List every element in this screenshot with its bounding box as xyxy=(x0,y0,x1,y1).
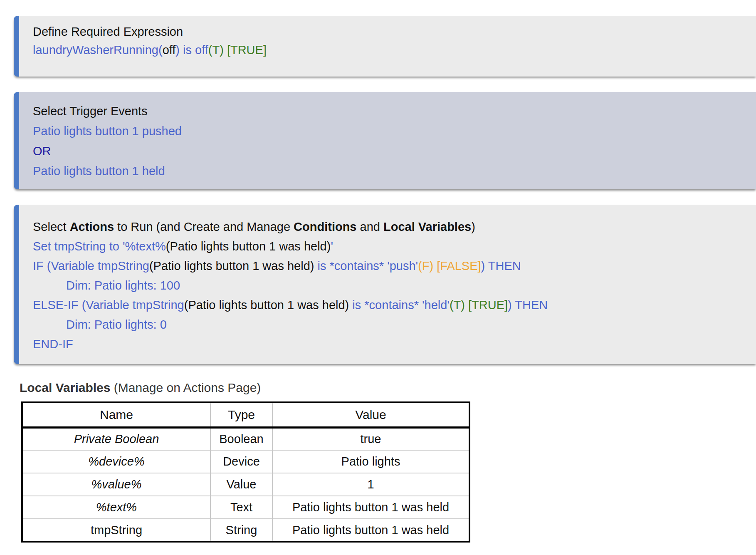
actions-title-text: ) xyxy=(471,220,475,233)
actions-panel: Select Actions to Run (and Create and Ma… xyxy=(14,205,756,364)
lv-name-cell: %value% xyxy=(22,473,210,496)
lv-col-header-value: Value xyxy=(272,402,469,427)
variable-value-context: (Patio lights button 1 was held) xyxy=(149,259,314,273)
lv-value-cell: true xyxy=(272,427,469,450)
local-variables-heading-note: (Manage on Actions Page) xyxy=(110,381,261,394)
variable-value-context: (Patio lights button 1 was held) xyxy=(166,240,331,253)
lv-type-cell: String xyxy=(210,519,272,542)
actions-title-text: Select xyxy=(33,220,70,233)
variable-value-context: (Patio lights button 1 was held) xyxy=(184,298,349,312)
required-expression-title: Define Required Expression xyxy=(33,22,748,41)
local-variables-heading: Local Variables (Manage on Actions Page) xyxy=(20,381,756,395)
required-expression-rule[interactable]: laundryWasherRunning(off) is off(T) [TRU… xyxy=(33,41,748,59)
if-condition-link: IF (Variable tmpString xyxy=(33,259,149,273)
actions-title: Select Actions to Run (and Create and Ma… xyxy=(33,217,748,237)
lv-value-cell: 1 xyxy=(272,473,469,496)
set-variable-link: Set tmpString to '%text% xyxy=(33,240,166,253)
action-end-if[interactable]: END-IF xyxy=(33,334,748,354)
lv-name-cell: Private Boolean xyxy=(22,427,210,450)
local-variables-heading-bold: Local Variables xyxy=(20,381,110,394)
lv-value-cell: Patio lights xyxy=(272,450,469,473)
lv-row: tmpString String Patio lights button 1 w… xyxy=(22,519,469,542)
lv-name-cell: %device% xyxy=(22,450,210,473)
device-variable-link: laundryWasherRunning( xyxy=(33,43,163,57)
truth-state-true: (T) [TRUE] xyxy=(450,298,508,312)
required-expression-panel: Define Required Expression laundryWasher… xyxy=(14,16,756,77)
truth-state-true: (T) [TRUE] xyxy=(208,43,267,57)
if-then-keyword: ) THEN xyxy=(481,259,521,273)
elseif-condition-link: ELSE-IF (Variable tmpString xyxy=(33,298,184,312)
expression-comparison: ) is off xyxy=(175,43,208,57)
lv-row: %device% Device Patio lights xyxy=(22,450,469,473)
lv-row: %value% Value 1 xyxy=(22,473,469,496)
lv-value-cell: Patio lights button 1 was held xyxy=(272,496,469,519)
trigger-events-title: Select Trigger Events xyxy=(33,101,748,121)
action-elseif-condition[interactable]: ELSE-IF (Variable tmpString(Patio lights… xyxy=(33,295,748,315)
actions-title-conditions-bold: Conditions xyxy=(294,220,356,233)
lv-type-cell: Value xyxy=(210,473,272,496)
actions-title-text: and xyxy=(357,220,384,233)
action-dim-100[interactable]: Dim: Patio lights: 100 xyxy=(33,276,748,295)
lv-header-row: Name Type Value xyxy=(22,402,469,427)
lv-type-cell: Text xyxy=(210,496,272,519)
trigger-operator-or: OR xyxy=(33,141,748,161)
device-current-state: off xyxy=(163,43,176,57)
elseif-then-keyword: ) THEN xyxy=(508,298,548,312)
local-variables-table: Name Type Value Private Boolean Boolean … xyxy=(21,401,470,543)
actions-title-actions-bold: Actions xyxy=(70,220,114,233)
lv-name-cell: tmpString xyxy=(22,519,210,542)
action-if-condition[interactable]: IF (Variable tmpString(Patio lights butt… xyxy=(33,256,748,276)
actions-title-localvars-bold: Local Variables xyxy=(383,220,471,233)
lv-value-cell: Patio lights button 1 was held xyxy=(272,519,469,542)
trigger-event-1[interactable]: Patio lights button 1 pushed xyxy=(33,121,748,141)
rule-machine-page: Define Required Expression laundryWasher… xyxy=(0,16,756,543)
lv-name-cell: %text% xyxy=(22,496,210,519)
elseif-comparison: is *contains* 'held' xyxy=(349,298,450,312)
lv-col-header-name: Name xyxy=(22,402,210,427)
action-dim-0[interactable]: Dim: Patio lights: 0 xyxy=(33,315,748,334)
truth-state-false: (F) [FALSE] xyxy=(418,259,481,273)
lv-col-header-type: Type xyxy=(210,402,272,427)
actions-title-text: to Run (and Create and Manage xyxy=(114,220,294,233)
trigger-event-2[interactable]: Patio lights button 1 held xyxy=(33,161,748,181)
lv-row: Private Boolean Boolean true xyxy=(22,427,469,450)
lv-row: %text% Text Patio lights button 1 was he… xyxy=(22,496,469,519)
if-comparison: is *contains* 'push' xyxy=(314,259,418,273)
lv-type-cell: Boolean xyxy=(210,427,272,450)
trigger-events-panel: Select Trigger Events Patio lights butto… xyxy=(14,92,756,189)
lv-type-cell: Device xyxy=(210,450,272,473)
set-variable-closing-quote: ' xyxy=(331,240,333,253)
action-set-variable[interactable]: Set tmpString to '%text%(Patio lights bu… xyxy=(33,237,748,256)
